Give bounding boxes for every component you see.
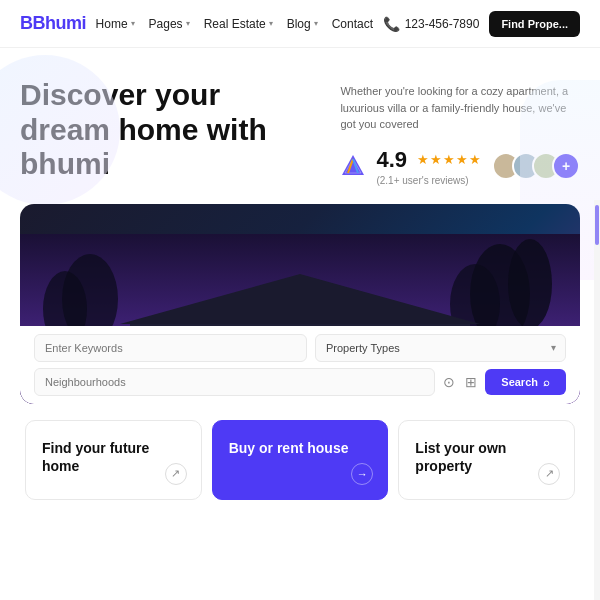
scrollbar[interactable] [594,200,600,600]
nav-pages[interactable]: Pages ▾ [149,17,190,31]
card-buy-rent-arrow: → [351,463,373,485]
hero-section: Discover your dream home with bhumi Whet… [0,48,600,186]
rating-logo-icon [340,153,366,179]
brand-logo[interactable]: BBhumi [20,13,86,34]
card-list-property-arrow: ↗ [538,463,560,485]
nav-right: 📞 123-456-7890 Find Prope... [383,11,580,37]
neighbourhood-input[interactable] [34,368,435,396]
keyword-input[interactable] [34,334,307,362]
rating-block: 4.9 ★★★★★ (2.1+ user's reviews) [376,147,482,186]
nav-real-estate[interactable]: Real Estate ▾ [204,17,273,31]
card-buy-rent-title: Buy or rent house [229,439,372,457]
search-bar: Property Types ⊙ ⊞ Search ⌕ [20,326,580,404]
scroll-thumb [595,205,599,245]
phone-icon: 📞 [383,16,400,32]
nav-links: Home ▾ Pages ▾ Real Estate ▾ Blog ▾ Cont… [96,17,373,31]
hero-description: Whether you're looking for a cozy apartm… [340,83,580,133]
nav-phone: 📞 123-456-7890 [383,16,480,32]
property-type-select[interactable]: Property Types [315,334,566,362]
navbar: BBhumi Home ▾ Pages ▾ Real Estate ▾ Blog… [0,0,600,48]
avatar-more: + [552,152,580,180]
property-image-section: For Rent For Sell Property Types ⊙ ⊞ Sea… [20,204,580,404]
card-find-home-arrow: ↗ [165,463,187,485]
hero-title: Discover your dream home with bhumi [20,78,300,182]
search-row-2: ⊙ ⊞ Search ⌕ [34,368,566,396]
svg-point-6 [508,239,552,329]
card-list-property-title: List your own property [415,439,558,475]
filter-icon: ⊞ [465,374,477,390]
rating-top: 4.9 ★★★★★ [376,147,482,173]
bottom-cards: Find your future home ↗ Buy or rent hous… [20,420,580,500]
search-button[interactable]: Search ⌕ [485,369,566,395]
rating-row: 4.9 ★★★★★ (2.1+ user's reviews) + [340,147,580,186]
search-label: Search [501,376,538,388]
avatar-group: + [492,152,580,180]
nav-contact[interactable]: Contact [332,17,373,31]
rating-stars: ★★★★★ [417,152,482,167]
location-icon: ⊙ [443,374,455,390]
search-row-1: Property Types [34,334,566,362]
card-find-home-title: Find your future home [42,439,185,475]
nav-blog[interactable]: Blog ▾ [287,17,318,31]
card-buy-rent[interactable]: Buy or rent house → [212,420,389,500]
nav-home[interactable]: Home ▾ [96,17,135,31]
card-find-home[interactable]: Find your future home ↗ [25,420,202,500]
rating-count: (2.1+ user's reviews) [376,175,482,186]
property-type-select-wrap: Property Types [315,334,566,362]
hero-left: Discover your dream home with bhumi [20,78,320,182]
find-property-button[interactable]: Find Prope... [489,11,580,37]
card-list-property[interactable]: List your own property ↗ [398,420,575,500]
rating-score: 4.9 [376,147,407,173]
hero-right: Whether you're looking for a cozy apartm… [340,78,580,186]
search-icon: ⌕ [543,376,550,388]
